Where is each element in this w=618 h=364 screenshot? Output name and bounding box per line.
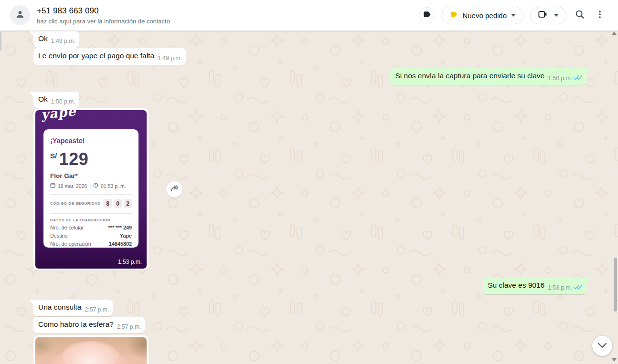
search-button[interactable] (573, 9, 586, 22)
contact-avatar[interactable] (10, 5, 30, 25)
message-text: Ok (38, 95, 48, 103)
message-image-rose-photo[interactable] (33, 335, 149, 364)
message-bubble-outgoing[interactable]: Si nos envía la captura para enviarle su… (390, 68, 586, 85)
row-label: Nro. de celular (50, 225, 84, 230)
order-tag-icon (449, 10, 458, 21)
message-text: Si nos envía la captura para enviarle su… (395, 72, 544, 80)
time-text: 01:53 p. m. (101, 183, 126, 189)
message-text: Su clave es 9016 (488, 281, 544, 289)
yape-title: ¡Yapeaste! (50, 137, 132, 145)
forward-icon (170, 184, 179, 195)
yape-amount: S/ 129 (50, 149, 132, 169)
chevron-down-icon (511, 14, 516, 17)
transaction-section-label: DATOS DE LA TRANSACCIÓN (50, 218, 132, 222)
message-bubble-incoming[interactable]: Ok1:50 p.m. (33, 92, 79, 108)
message-time: 1:50 p.m. (548, 73, 572, 83)
message-text: Una consulta (38, 303, 81, 311)
message-text: Le envío por yape el pago que falta (38, 52, 154, 60)
message-time: 1:49 p.m. (51, 36, 75, 46)
security-code-label: CÓDIGO DE SEGURIDAD (50, 201, 101, 206)
rose-photo (35, 337, 147, 364)
video-call-button[interactable] (530, 7, 566, 24)
transaction-row: Destino Yape (50, 233, 132, 239)
transaction-row: Nro. de operación 14845802 (50, 241, 132, 247)
row-value: *** *** 249 (108, 225, 132, 230)
kebab-menu-icon (595, 9, 605, 21)
message-bubble-incoming[interactable]: Le envío por yape el pago que falta1:49 … (33, 48, 186, 65)
chat-header: +51 983 663 090 haz clic aquí para ver l… (0, 0, 618, 31)
chevron-down-icon (554, 14, 559, 17)
header-actions: Nuevo pedido (419, 7, 618, 24)
labels-button[interactable] (419, 7, 435, 23)
menu-button[interactable] (593, 9, 607, 22)
security-code-row: CÓDIGO DE SEGURIDAD 8 0 2 (50, 199, 132, 208)
search-icon (575, 9, 585, 21)
message-bubble-incoming[interactable]: Como habro la esfera?2:57 p.m. (33, 317, 145, 333)
left-panel-scrollbar-edge (0, 31, 1, 51)
label-tag-icon (422, 10, 432, 21)
amount-value: 129 (59, 149, 89, 169)
new-order-label: Nuevo pedido (462, 11, 507, 20)
video-camera-icon (538, 10, 548, 21)
security-digit: 0 (114, 199, 122, 208)
message-bubble-outgoing[interactable]: Su clave es 90161:53 p.m. (483, 278, 586, 294)
contact-info[interactable]: +51 983 663 090 haz clic aquí para ver l… (37, 6, 170, 25)
read-receipt-icon (574, 283, 583, 292)
row-value: Yape (120, 233, 132, 239)
yape-receipt: yape ¡Yapeaste! S/ 129 Flor Gar* 19 mar.… (35, 110, 147, 269)
divider (50, 194, 132, 195)
yape-datetime: 19 mar. 2026 | 01:53 p. m. (50, 183, 132, 189)
forward-message-button[interactable] (166, 181, 182, 198)
read-receipt-icon (574, 73, 583, 83)
contact-subtitle: haz clic aquí para ver la información de… (37, 18, 170, 25)
message-bubble-incoming[interactable]: Una consulta2:57 p.m. (33, 300, 113, 316)
payer-name: Flor Gar* (50, 172, 132, 179)
message-text: Ok (38, 34, 48, 42)
divider (50, 213, 132, 214)
row-value: 14845802 (109, 241, 132, 247)
security-code-digits: 8 0 2 (104, 199, 132, 208)
transaction-row: Nro. de celular *** *** 249 (50, 225, 132, 230)
message-image-yape-receipt[interactable]: yape ¡Yapeaste! S/ 129 Flor Gar* 19 mar.… (33, 108, 149, 270)
yape-logo: yape (41, 110, 77, 122)
new-order-button[interactable]: Nuevo pedido (442, 7, 523, 24)
row-label: Nro. de operación (50, 241, 91, 247)
yape-card: ¡Yapeaste! S/ 129 Flor Gar* 19 mar. 2026… (43, 129, 139, 248)
meta-separator: | (89, 183, 91, 189)
clock-icon (93, 183, 98, 189)
chevron-down-icon (597, 342, 607, 350)
security-digit: 2 (124, 199, 132, 208)
conversation-panel: Ok1:49 p.m. Le envío por yape el pago qu… (0, 31, 618, 364)
calendar-icon (50, 183, 55, 189)
person-icon (14, 9, 26, 22)
message-time: 2:57 p.m. (117, 322, 141, 332)
scroll-to-bottom-button[interactable] (592, 336, 612, 356)
message-time: 1:53 p.m. (548, 283, 572, 292)
message-time: 2:57 p.m. (85, 305, 109, 314)
row-label: Destino (50, 233, 68, 239)
message-bubble-incoming[interactable]: Ok1:49 p.m. (33, 31, 79, 48)
image-message-time: 1:53 p.m. (118, 259, 142, 265)
message-time: 1:50 p.m. (51, 97, 75, 106)
currency-symbol: S/ (50, 152, 57, 160)
scrollbar-up-arrow[interactable] (612, 31, 617, 35)
scrollbar-down-arrow[interactable] (612, 358, 617, 362)
message-time: 1:49 p.m. (158, 53, 182, 63)
contact-title: +51 983 663 090 (37, 6, 170, 16)
message-text: Como habro la esfera? (38, 320, 114, 328)
security-digit: 8 (104, 199, 112, 208)
scrollbar-thumb[interactable] (614, 258, 617, 312)
date-text: 19 mar. 2026 (58, 183, 87, 189)
